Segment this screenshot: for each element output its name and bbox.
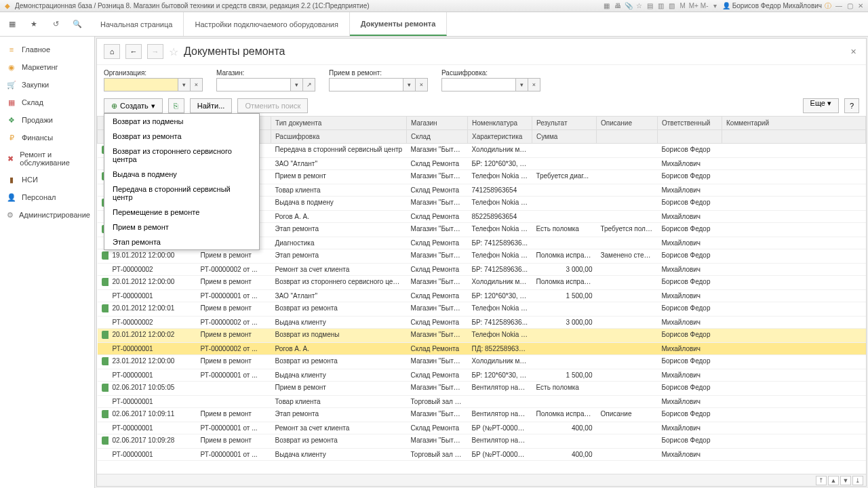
table-row[interactable]: РТ-00000001РТ-00000002 от ...Рогов А. А.… [98,343,866,355]
dropdown-item-5[interactable]: Перемещение в ремонте [104,205,259,220]
sidebar-item-6[interactable]: ✖Ремонт и обслуживание [0,146,94,171]
sidebar-item-2[interactable]: 🛒Закупки [0,76,94,94]
sidebar-item-9[interactable]: ⚙Администрирование [0,206,94,224]
filter-shop-label: Магазин: [216,69,315,77]
maximize-icon[interactable]: ▢ [845,1,854,11]
col-header-0-4[interactable]: Магазин [407,117,468,130]
tab-docs[interactable]: Документы ремонта [350,12,447,36]
table-row[interactable]: РТ-00000002РТ-00000002 от ...Выдача клие… [98,317,866,329]
col-header-1-9[interactable] [722,130,866,144]
col-header-1-4[interactable]: Склад [407,130,468,144]
filter-intake-label: Прием в ремонт: [329,69,428,77]
sidebar-item-8[interactable]: 👤Персонал [0,188,94,206]
dropdown-item-1[interactable]: Возврат из ремонта [104,129,259,144]
close-icon[interactable]: ✕ [856,1,865,11]
table-row[interactable]: РТ-00000001РТ-00000001 от ...Выдача клие… [98,369,866,382]
col-header-1-7[interactable] [597,130,658,144]
home-button[interactable]: ⌂ [104,44,120,59]
clip-icon[interactable]: 📎 [624,1,633,11]
sidebar-item-4[interactable]: ❖Продажи [0,111,94,129]
minimize-icon[interactable]: — [834,1,844,11]
table-row[interactable]: РТ-00000001РТ-00000001 от ...Выдача клие… [98,449,866,461]
document-icon [102,331,108,339]
dropdown-item-6[interactable]: Прием в ремонт [104,220,259,235]
star-outline-icon[interactable]: ☆ [169,45,178,58]
sidebar-item-7[interactable]: ▮НСИ [0,171,94,188]
favorite-icon[interactable]: ★ [24,15,43,34]
back-button[interactable]: ← [125,44,142,59]
scroll-up-icon[interactable]: ▲ [828,476,839,485]
table-row[interactable]: РТ-00000001РТ-00000001 от ...ЗАО "Атлант… [98,290,866,302]
dropdown-item-7[interactable]: Этап ремонта [104,235,259,249]
forward-button[interactable]: → [147,44,163,59]
calc-icon[interactable]: ▤ [646,1,655,11]
m-icon[interactable]: M [678,1,688,11]
calendar-icon[interactable]: ▧ [667,1,677,11]
more-button[interactable]: Еще ▾ [803,98,839,113]
col-header-0-9[interactable]: Комментарий [722,117,866,130]
col-header-0-3[interactable]: Тип документа [271,117,407,130]
col-header-0-8[interactable]: Ответственный [658,117,722,130]
filter-shop-input[interactable] [216,78,291,92]
create-button[interactable]: ⊕ Создать ▾ [104,98,163,113]
table-row[interactable]: РТ-00000001РТ-00000001 от ...Ремонт за с… [98,422,866,434]
filter-shop-open[interactable]: ↗ [303,78,315,92]
filter-org-clear[interactable]: × [191,78,203,92]
filter-decode-dropdown[interactable]: ▾ [516,78,528,92]
filter-intake-dropdown[interactable]: ▾ [403,78,416,92]
sidebar-item-1[interactable]: ◉Маркетинг [0,58,94,76]
apps-icon[interactable]: ▦ [3,15,22,34]
col-header-0-6[interactable]: Результат [532,117,597,130]
tab-start[interactable]: Начальная страница [90,12,184,36]
chart-icon[interactable]: ▥ [656,1,666,11]
help-button[interactable]: ? [844,98,859,113]
col-header-1-3[interactable]: Расшифровка [271,130,407,144]
dropdown-item-0[interactable]: Возврат из подмены [104,114,259,129]
close-panel-icon[interactable]: ✕ [848,47,859,56]
filter-org-input[interactable] [104,78,178,92]
sidebar-item-0[interactable]: ≡Главное [0,41,94,58]
search-icon[interactable]: 🔍 [68,15,87,34]
scroll-down-icon[interactable]: ▼ [840,476,851,485]
chevron-icon[interactable]: ▾ [711,1,720,11]
table-row[interactable]: 02.06.2017 10:05:05Прием в ремонтМагазин… [98,382,866,396]
grid-icon[interactable]: ▦ [602,1,612,11]
dropdown-item-3[interactable]: Выдача в подмену [104,167,259,182]
scroll-bottom-icon[interactable]: ⤓ [852,476,863,485]
history-icon[interactable]: ↺ [46,15,65,34]
filter-intake-input[interactable] [329,78,403,92]
find-button[interactable]: Найти... [190,98,233,113]
print-icon[interactable]: 🖶 [613,1,623,11]
table-row[interactable]: 20.01.2012 12:00:02Прием в ремонтВозврат… [98,329,866,343]
m-plus-icon[interactable]: M+ [689,1,698,11]
table-row[interactable]: 23.01.2012 12:00:00Прием в ремонтВозврат… [98,355,866,369]
tab-settings[interactable]: Настройки подключаемого оборудования [184,12,349,36]
table-row[interactable]: 20.01.2012 12:00:01Прием в ремонтВозврат… [98,302,866,317]
star-icon[interactable]: ☆ [635,1,644,11]
info-icon[interactable]: ⓘ [823,1,833,11]
col-header-0-7[interactable]: Описание [597,117,658,130]
filter-org-dropdown[interactable]: ▾ [178,78,191,92]
table-row[interactable]: 02.06.2017 10:09:11Прием в ремонтЭтап ре… [98,408,866,422]
filter-intake-clear[interactable]: × [416,78,428,92]
sidebar-item-3[interactable]: ▦Склад [0,94,94,111]
col-header-0-5[interactable]: Номенклатура [468,117,532,130]
cancel-search-button[interactable]: Отменить поиск [237,98,308,113]
m-minus-icon[interactable]: M- [700,1,709,11]
filter-decode-input[interactable] [441,78,516,92]
col-header-1-8[interactable] [658,130,722,144]
filter-decode-clear[interactable]: × [528,78,540,92]
table-row[interactable]: 19.01.2012 12:00:00Прием в ремонтЭтап ре… [98,249,866,264]
col-header-1-5[interactable]: Характеристика [468,130,532,144]
scroll-top-icon[interactable]: ⤒ [816,476,827,485]
table-row[interactable]: 20.01.2012 12:00:00Прием в ремонтВозврат… [98,276,866,290]
dropdown-item-2[interactable]: Возврат из стороннего сервисного центра [104,144,259,167]
table-row[interactable]: РТ-00000001Товар клиентаТорговый зал "Б.… [98,396,866,408]
dropdown-item-4[interactable]: Передача в сторонний сервисный центр [104,182,259,205]
copy-button[interactable]: ⎘ [168,98,184,113]
table-row[interactable]: РТ-00000002РТ-00000002 от ...Ремонт за с… [98,264,866,276]
col-header-1-6[interactable]: Сумма [532,130,597,144]
filter-shop-dropdown[interactable]: ▾ [291,78,303,92]
table-row[interactable]: 02.06.2017 10:09:28Прием в ремонтВозврат… [98,434,866,449]
sidebar-item-5[interactable]: ₽Финансы [0,129,94,146]
